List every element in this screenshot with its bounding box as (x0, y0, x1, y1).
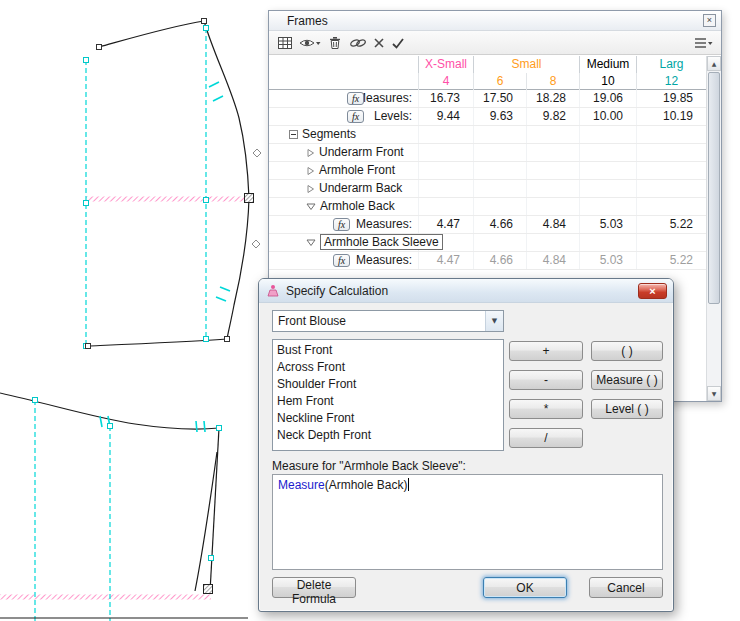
menu-icon[interactable] (693, 35, 713, 51)
expander-collapsed-icon[interactable] (306, 148, 315, 158)
value-cell: 5.03 (579, 216, 636, 233)
value-cell (579, 198, 636, 215)
line-handle[interactable] (209, 556, 214, 561)
scroll-down-icon[interactable]: ▼ (707, 386, 721, 401)
expander-collapsed-icon[interactable] (306, 184, 315, 194)
measure-list-item[interactable]: Neck Depth Front (273, 427, 503, 444)
value-cell: 5.03 (579, 252, 636, 269)
expander-expanded-icon[interactable] (306, 202, 316, 211)
curve-point-diamond[interactable] (252, 240, 260, 248)
fx-button[interactable]: fx (347, 110, 364, 123)
trash-icon[interactable] (327, 35, 343, 51)
size-header-12[interactable]: 12 (636, 73, 706, 90)
expander-expanded-icon[interactable] (306, 238, 316, 247)
line-handle[interactable] (217, 426, 222, 431)
formula-textarea[interactable]: Measure(Armhole Back) (272, 474, 663, 570)
line-handle[interactable] (84, 201, 89, 206)
pattern-piece-bottom[interactable] (0, 393, 248, 621)
dialog-titlebar[interactable]: Specify Calculation × (259, 279, 673, 303)
pattern-piece-top[interactable] (84, 19, 262, 349)
grid-view-icon[interactable] (277, 35, 293, 51)
piece-dropdown[interactable]: Front Blouse ▼ (272, 310, 504, 332)
size-header-10[interactable]: 10 (579, 73, 636, 90)
values-row[interactable]: fxMeasures:4.474.664.845.035.22 (269, 216, 706, 234)
line-handle[interactable] (108, 424, 113, 429)
plus-button[interactable]: + (509, 341, 583, 361)
divide-button[interactable]: / (509, 428, 583, 448)
tree-row[interactable]: Armhole Front (269, 162, 706, 180)
minus-button[interactable]: - (509, 370, 583, 390)
chevron-down-icon: ▼ (485, 311, 503, 331)
parentheses-button[interactable]: ( ) (591, 341, 663, 361)
tree-label: Armhole Front (319, 162, 395, 179)
corner-point[interactable] (202, 19, 207, 24)
ok-button[interactable]: OK (483, 577, 567, 598)
measure-line[interactable] (86, 197, 253, 202)
tree-label-editbox[interactable]: Armhole Back Sleeve (320, 234, 443, 250)
fx-button[interactable]: fx (347, 92, 364, 105)
expander-expanded-icon[interactable] (289, 130, 298, 139)
frames-close-icon[interactable]: × (703, 14, 716, 27)
value-cell: 19.85 (636, 90, 706, 107)
fx-button[interactable]: fx (333, 254, 350, 267)
frames-titlebar[interactable]: Frames × (269, 11, 721, 31)
measure-list-item[interactable]: Shoulder Front (273, 376, 503, 393)
level-function-button[interactable]: Level ( ) (591, 399, 663, 419)
tree-label-cell: Armhole Back Sleeve (269, 234, 418, 251)
scroll-up-icon[interactable]: ▲ (707, 56, 721, 71)
tree-row[interactable]: Underarm Back (269, 180, 706, 198)
size-group-header-larg[interactable]: Larg (636, 56, 706, 73)
dialog-close-icon[interactable]: × (638, 283, 667, 299)
line-handle[interactable] (204, 26, 209, 31)
checkmark-icon[interactable] (391, 35, 405, 51)
size-header-8[interactable]: 8 (526, 73, 579, 90)
tree-row[interactable]: Armhole Back (269, 198, 706, 216)
measure-list-item[interactable]: Neckline Front (273, 410, 503, 427)
values-row[interactable]: fxLevels:9.449.639.8210.0010.19 (269, 108, 706, 126)
expander-collapsed-icon[interactable] (306, 166, 315, 176)
corner-point[interactable] (225, 337, 230, 342)
curve-point-diamond[interactable] (253, 149, 261, 157)
line-handle[interactable] (204, 198, 209, 203)
tree-row[interactable]: Segments (269, 126, 706, 144)
measure-list-item[interactable]: Bust Front (273, 342, 503, 359)
delete-x-icon[interactable] (373, 35, 385, 51)
size-group-header-small[interactable]: Small (473, 56, 579, 73)
tree-row[interactable]: Underarm Front (269, 144, 706, 162)
values-row[interactable]: fxMeasures:4.474.664.845.035.22 (269, 252, 706, 270)
eye-icon[interactable] (299, 35, 321, 51)
tree-row[interactable]: Armhole Back Sleeve (269, 234, 706, 252)
multiply-button[interactable]: * (509, 399, 583, 419)
measure-line[interactable] (0, 595, 211, 600)
tree-label: Segments (302, 126, 356, 143)
size-group-header-medium[interactable]: Medium (579, 56, 636, 73)
scrollbar-thumb[interactable] (708, 72, 720, 304)
value-cell (526, 180, 579, 197)
delete-formula-button[interactable]: Delete Formula (272, 577, 356, 598)
vertical-scrollbar[interactable]: ▲ ▼ (706, 56, 721, 401)
measure-list-item[interactable]: Hem Front (273, 393, 503, 410)
corner-point[interactable] (86, 344, 91, 349)
text-cursor (408, 478, 409, 491)
cancel-button[interactable]: Cancel (589, 577, 663, 598)
line-handle[interactable] (33, 398, 38, 403)
measure-list[interactable]: Bust FrontAcross FrontShoulder FrontHem … (272, 339, 504, 451)
selected-point-handle[interactable] (204, 585, 213, 594)
values-row[interactable]: fxMeasures:16.7317.5018.2819.0619.85 (269, 90, 706, 108)
measure-function-button[interactable]: Measure ( ) (591, 370, 663, 390)
line-handle[interactable] (204, 337, 209, 342)
size-header-4[interactable]: 4 (418, 73, 473, 90)
size-group-header-x-small[interactable]: X-Small (418, 56, 473, 73)
line-handle[interactable] (84, 58, 89, 63)
measure-list-item[interactable]: Across Front (273, 359, 503, 376)
tree-label-cell: Underarm Front (269, 144, 418, 161)
size-header-6[interactable]: 6 (473, 73, 526, 90)
selected-point-handle[interactable] (245, 194, 254, 203)
row-label-cell: fxMeasures: (269, 90, 418, 107)
fx-button[interactable]: fx (333, 218, 350, 231)
piece-dropdown-value: Front Blouse (278, 314, 346, 328)
corner-point[interactable] (97, 45, 102, 50)
link-icon[interactable] (349, 35, 367, 51)
value-cell (473, 180, 526, 197)
row-label: Measures: (356, 217, 412, 231)
